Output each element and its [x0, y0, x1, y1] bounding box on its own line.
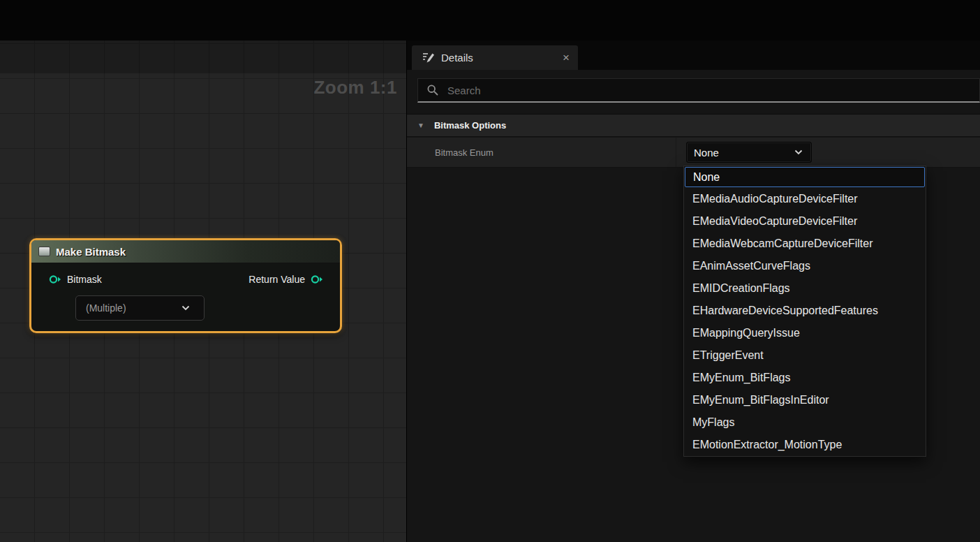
search-bar[interactable]	[417, 78, 980, 103]
dropdown-option[interactable]: None	[685, 167, 925, 187]
make-bitmask-node[interactable]: Make Bitmask Bitmask Return Value	[29, 238, 342, 333]
top-menu-bar	[0, 0, 980, 41]
dropdown-option[interactable]: EAnimAssetCurveFlags	[684, 255, 926, 277]
bitmask-enum-label: Bitmask Enum	[435, 147, 493, 158]
chevron-down-icon	[794, 149, 803, 155]
bitmask-enum-row: Bitmask Enum None	[407, 138, 980, 168]
bitmask-value-text: (Multiple)	[86, 302, 126, 314]
unreal-editor-window: Zoom 1:1 Make Bitmask Bitmask Return Val…	[0, 0, 980, 542]
bitmask-pin-label: Bitmask	[67, 274, 102, 285]
bitmask-value-dropdown[interactable]: (Multiple)	[75, 295, 205, 321]
return-value-label: Return Value	[248, 274, 305, 285]
dropdown-option[interactable]: EMediaVideoCaptureDeviceFilter	[684, 210, 926, 233]
dropdown-option[interactable]: EMyEnum_BitFlagsInEditor	[684, 389, 926, 411]
details-tab-label: Details	[441, 52, 473, 64]
dropdown-option[interactable]: EHardwareDeviceSupportedFeatures	[684, 300, 926, 322]
search-input[interactable]	[447, 85, 972, 96]
dropdown-option[interactable]: ETriggerEvent	[684, 344, 926, 367]
make-struct-icon	[38, 247, 50, 256]
tab-details[interactable]: Details ×	[412, 45, 578, 70]
bitmask-input-pin-icon[interactable]	[49, 274, 61, 284]
dropdown-option[interactable]: EMediaWebcamCaptureDeviceFilter	[684, 233, 926, 255]
section-bitmask-options[interactable]: ▼ Bitmask Options	[407, 114, 980, 137]
bitmask-enum-dropdown[interactable]: None	[686, 142, 812, 163]
search-icon	[426, 84, 439, 96]
return-value-pin-icon[interactable]	[311, 274, 323, 284]
bitmask-enum-value: None	[694, 147, 719, 159]
tab-strip: Details ×	[407, 41, 980, 70]
node-header[interactable]: Make Bitmask	[31, 240, 340, 263]
dropdown-option[interactable]: MyFlags	[684, 411, 926, 434]
collapse-arrow-icon[interactable]: ▼	[417, 122, 424, 129]
dropdown-option[interactable]: EMyEnum_BitFlags	[684, 367, 926, 389]
section-title: Bitmask Options	[434, 120, 506, 131]
dropdown-option[interactable]: EMotionExtractor_MotionType	[684, 434, 926, 456]
column-divider	[676, 138, 676, 167]
dropdown-option[interactable]: EMediaAudioCaptureDeviceFilter	[684, 188, 926, 210]
graph-top-shade	[0, 41, 406, 73]
details-icon	[422, 51, 435, 64]
chevron-down-icon	[181, 305, 190, 311]
close-icon[interactable]: ×	[563, 52, 570, 64]
dropdown-option[interactable]: EMappingQueryIssue	[684, 322, 926, 344]
zoom-level: Zoom 1:1	[313, 77, 397, 98]
enum-dropdown-menu: None EMediaAudioCaptureDeviceFilter EMed…	[683, 166, 926, 457]
node-title: Make Bitmask	[56, 246, 126, 258]
node-pin-row: Bitmask Return Value	[31, 274, 340, 285]
dropdown-option[interactable]: EMIDCreationFlags	[684, 277, 926, 300]
blueprint-graph[interactable]: Zoom 1:1 Make Bitmask Bitmask Return Val…	[0, 41, 407, 542]
